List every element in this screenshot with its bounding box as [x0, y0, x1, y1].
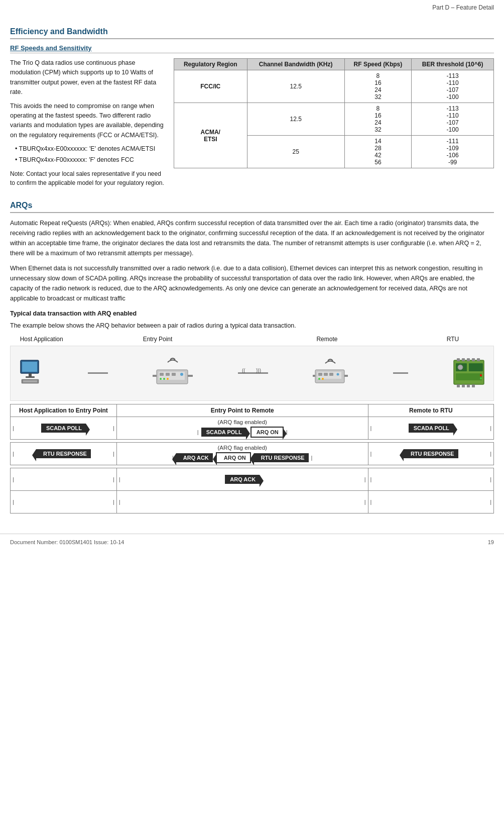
td-row2-col3: | RTU RESPONSE |	[368, 442, 493, 465]
rtu-device-icon	[453, 358, 485, 388]
svg-rect-23	[324, 373, 328, 376]
svg-point-41	[480, 377, 482, 379]
th-ber: BER threshold (10^6)	[412, 59, 494, 70]
td-fcc-speeds: 8162432	[344, 70, 411, 103]
svg-rect-42	[457, 384, 460, 387]
td-acma-ber2: -111-109-106-99	[412, 136, 494, 168]
rtu-response-badge-2: RTU RESPONSE	[254, 453, 309, 462]
bullet2: • TBURQx4xx-F00xxxxxx: 'F' denotes FCC	[10, 155, 166, 165]
wireless-signal-svg: (( )))	[238, 368, 268, 378]
scada-poll-badge-2: SCADA POLL	[201, 428, 246, 437]
svg-point-27	[322, 378, 324, 380]
host-label: Host Application	[10, 336, 73, 344]
svg-text:((: ((	[242, 368, 245, 373]
multi-badge-row2: | ARQ ACK ARQ ON RTU RESPONSE |	[119, 452, 366, 464]
td-acma-bw1: 12.5	[247, 103, 344, 136]
entry-label: Entry Point	[73, 336, 242, 343]
svg-rect-29	[313, 375, 315, 377]
td-fcc-bw: 12.5	[247, 70, 344, 103]
cell-row4-col3: | |	[368, 491, 493, 513]
rtu-label: RTU	[412, 336, 494, 343]
svg-rect-5	[23, 380, 37, 382]
device-labels-row: Host Application Entry Point Remote RTU	[10, 336, 494, 344]
rf-text-column: The Trio Q data radios use continuous ph…	[10, 58, 166, 192]
arq-label-row1: (ARQ flag enabled)	[119, 418, 366, 426]
page-footer: Document Number: 0100SM1401 Issue: 10-14…	[0, 534, 504, 550]
rf-body1: The Trio Q data radios use continuous ph…	[10, 58, 166, 97]
rf-speeds-layout: The Trio Q data radios use continuous ph…	[10, 58, 494, 192]
remote-label: Remote	[242, 336, 412, 343]
table-row-3: | | | ARQ ACK | | |	[11, 468, 494, 490]
svg-rect-9	[166, 373, 170, 376]
svg-rect-31	[457, 358, 460, 361]
svg-rect-10	[172, 373, 176, 376]
table-header-row: Regulatory Region Channel Bandwidth (KHz…	[174, 59, 494, 70]
table-row-fcc: FCC/IC 12.5 8162432 -113-110-107-100	[174, 70, 494, 103]
td-row4-col3: | |	[368, 490, 493, 513]
svg-rect-44	[467, 384, 470, 387]
svg-rect-16	[188, 375, 193, 377]
th-regulatory: Regulatory Region	[174, 59, 247, 70]
entry-point-svg	[153, 356, 193, 391]
svg-point-13	[163, 378, 165, 380]
cell-row1-col2: (ARQ flag enabled) | SCADA POLL ARQ ON |	[117, 417, 368, 439]
rtu-svg	[453, 358, 485, 388]
table-row-1: | SCADA POLL | (ARQ flag enabled) | SCAD…	[11, 417, 494, 439]
remote-svg	[313, 357, 348, 389]
svg-rect-37	[469, 363, 483, 371]
th-bandwidth: Channel Bandwidth (KHz)	[247, 59, 344, 70]
arq-diagram-area: Host Application Entry Point Remote RTU	[10, 336, 494, 401]
arq-on-badge-1: ARQ ON	[250, 427, 284, 438]
cable-2	[393, 372, 408, 374]
cell-row4-col1: | |	[11, 491, 116, 513]
wireless-link: (( )))	[238, 372, 268, 374]
svg-rect-2	[29, 373, 32, 376]
td-row1-col2: (ARQ flag enabled) | SCADA POLL ARQ ON |	[116, 417, 368, 439]
page-header: Part D – Feature Detail	[0, 0, 504, 13]
cell-row4-col2: | |	[117, 491, 368, 513]
rf-table-column: Regulatory Region Channel Bandwidth (KHz…	[174, 58, 494, 192]
main-content: Efficiency and Bandwidth RF Speeds and S…	[0, 13, 504, 524]
svg-rect-33	[467, 358, 470, 361]
arq-on-badge-2: ARQ ON	[216, 452, 251, 463]
td-row3-col2: | ARQ ACK |	[116, 468, 368, 490]
arq-label-row2: (ARQ flag enabled)	[119, 444, 366, 452]
td-row1-col1: | SCADA POLL |	[11, 417, 117, 439]
svg-text:))): )))	[256, 368, 261, 373]
svg-rect-1	[22, 362, 37, 372]
section1-title: Efficiency and Bandwidth	[10, 27, 494, 39]
table-row-4: | | | | | |	[11, 490, 494, 513]
svg-rect-15	[153, 375, 157, 377]
svg-rect-3	[26, 376, 35, 378]
arq-ack-badge-2: ARQ ACK	[225, 475, 260, 484]
svg-rect-32	[462, 358, 465, 361]
svg-point-12	[160, 378, 162, 380]
cell-row3-col3: | |	[368, 468, 493, 490]
host-computer-svg	[19, 359, 43, 387]
td-row1-col3: | SCADA POLL |	[368, 417, 493, 439]
transaction-table: Host Application to Entry Point Entry Po…	[10, 404, 494, 513]
rf-bullets: • TBURQx4xx-E00xxxxxx: 'E' denotes ACMA/…	[10, 144, 166, 165]
arq-ack-badge-1: ARQ ACK	[176, 453, 213, 462]
scada-poll-badge-1: SCADA POLL	[41, 424, 86, 433]
svg-rect-35	[477, 358, 480, 361]
cell-row2-col3: | RTU RESPONSE |	[368, 443, 493, 465]
entry-device-icon	[153, 356, 193, 391]
typical-body: The example below shows the ARQ behavior…	[10, 321, 494, 331]
svg-rect-24	[329, 373, 333, 376]
svg-point-11	[180, 373, 183, 376]
svg-point-25	[337, 373, 339, 376]
td-row2-col1: | RTU RESPONSE |	[11, 442, 117, 465]
td-row4-col1: | |	[11, 490, 117, 513]
svg-rect-43	[462, 384, 465, 387]
th-rf-speed: RF Speed (Kbps)	[344, 59, 411, 70]
device-icons-area: (( )))	[10, 346, 494, 401]
arq-para2: When Ethernet data is not successfully t…	[10, 263, 494, 303]
cell-row2-col2: (ARQ flag enabled) | ARQ ACK ARQ ON RTU …	[117, 443, 368, 465]
td-fcc-ber: -113-110-107-100	[412, 70, 494, 103]
remote-device-icon	[313, 357, 348, 389]
arq-para1: Automatic Repeat reQuests (ARQs): When e…	[10, 218, 494, 258]
svg-rect-8	[160, 373, 164, 376]
host-device-icon	[19, 359, 43, 387]
transaction-header-row: Host Application to Entry Point Entry Po…	[11, 404, 494, 417]
